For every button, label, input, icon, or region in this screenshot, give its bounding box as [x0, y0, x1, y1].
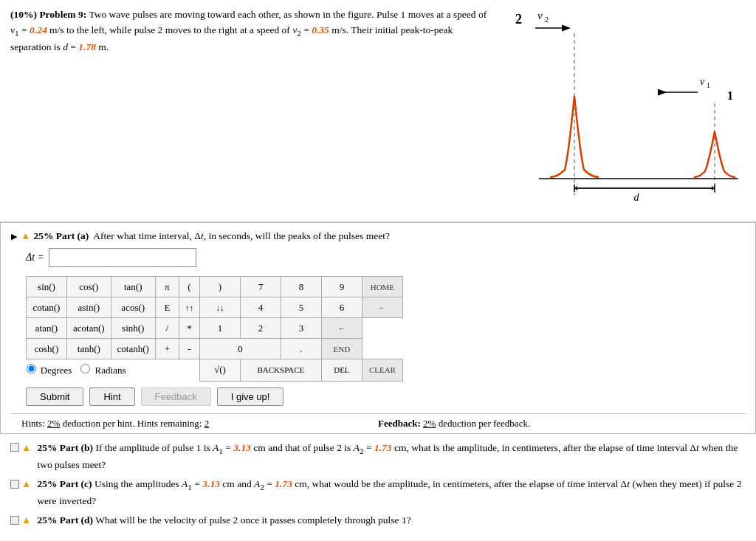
calc-9[interactable]: 9 [321, 277, 362, 297]
hints-count: 2 [205, 418, 210, 429]
calc-tanh[interactable]: tanh() [67, 339, 111, 359]
feedback-suffix: deduction per feedback. [436, 418, 530, 429]
partd-icons: ▲ [10, 512, 34, 528]
calc-backspace[interactable]: BACKSPACE [240, 359, 321, 382]
calc-sin[interactable]: sin() [27, 277, 67, 297]
partb-row: ▲ 25% Part (b) If the amplitude of pulse… [10, 440, 746, 473]
calc-clear[interactable]: CLEAR [362, 359, 402, 382]
hints-mid: deduction per hint. Hints remaining: [60, 418, 204, 429]
hints-left: Hints: 2% deduction per hint. Hints rema… [21, 418, 378, 430]
calc-dot[interactable]: . [281, 339, 321, 359]
partc-checkbox [10, 480, 19, 489]
calc-rparen[interactable]: ) [199, 277, 240, 297]
calc-del[interactable]: DEL [321, 359, 362, 382]
play-triangle: ▶ [11, 232, 17, 241]
problem-section: (10%) Problem 9: Two wave pulses are mov… [0, 0, 756, 222]
v1-val: 0.24 [30, 24, 47, 35]
partb-warning: ▲ [21, 440, 31, 456]
calc-8[interactable]: 8 [281, 277, 321, 297]
calc-e[interactable]: E [155, 297, 179, 318]
calc-prev-arrow[interactable]: ← [321, 318, 362, 339]
calc-minus[interactable]: - [179, 339, 199, 359]
svg-text:2: 2 [515, 12, 522, 27]
calculator: sin() cos() tan() π ( ) 7 8 9 HOME cotan… [26, 276, 745, 382]
partc-icons: ▲ [10, 476, 34, 492]
partd-warning: ▲ [21, 512, 31, 528]
parta-header: ▶ ▲ 25% Part (a) After what time interva… [11, 230, 745, 242]
parta-question: After what time interval, Δt, in seconds… [93, 230, 390, 242]
hint-button[interactable]: Hint [89, 387, 134, 406]
calc-cos[interactable]: cos() [67, 277, 111, 297]
problem-figure: 2 v 2 1 v 1 [495, 7, 746, 214]
calc-2[interactable]: 2 [240, 318, 281, 339]
partd-text: 25% Part (d) What will be the velocity o… [37, 512, 410, 528]
svg-text:1: 1 [707, 81, 710, 89]
calc-0[interactable]: 0 [199, 339, 281, 359]
svg-text:v: v [700, 76, 705, 87]
problem-number: Problem 9: [39, 9, 86, 20]
calc-home[interactable]: HOME [362, 277, 402, 297]
hints-pct: 2% [47, 418, 60, 429]
calc-asin[interactable]: asin() [67, 297, 111, 318]
calc-cotanh[interactable]: cotanh() [111, 339, 155, 359]
calc-sqrt[interactable]: √() [199, 359, 240, 382]
calc-lparen[interactable]: ( [179, 277, 199, 297]
partc-warning: ▲ [21, 476, 31, 492]
submit-button[interactable]: Submit [26, 387, 83, 406]
give-up-button[interactable]: I give up! [217, 387, 284, 406]
radians-label[interactable]: Radians [80, 364, 126, 376]
calc-6[interactable]: 6 [321, 297, 362, 318]
feedback-button[interactable]: Feedback [141, 387, 211, 406]
calc-acotan[interactable]: acotan() [67, 318, 111, 339]
svg-text:d: d [634, 192, 640, 203]
partb-text: 25% Part (b) If the amplitude of pulse 1… [37, 440, 746, 473]
calc-plus[interactable]: + [155, 339, 179, 359]
action-buttons: Submit Hint Feedback I give up! [26, 387, 745, 406]
calc-end[interactable]: END [321, 339, 362, 359]
problem-weight: (10%) [10, 9, 37, 20]
radio-row: Degrees Radians [27, 361, 156, 379]
d-val: 1.78 [78, 41, 96, 52]
degrees-radio[interactable] [27, 364, 36, 373]
warning-triangle-a: ▲ [21, 230, 30, 242]
partc-text: 25% Part (c) Using the amplitudes A1 = 3… [37, 476, 746, 509]
calc-3[interactable]: 3 [281, 318, 321, 339]
calc-atan[interactable]: atan() [27, 318, 67, 339]
radians-radio[interactable] [80, 364, 90, 373]
partd-checkbox [10, 516, 19, 525]
parta-label: 25% Part (a) [33, 230, 89, 242]
hints-prefix: Hints: [21, 418, 47, 429]
hints-bar: Hints: 2% deduction per hint. Hints rema… [11, 413, 745, 433]
calc-table: sin() cos() tan() π ( ) 7 8 9 HOME cotan… [26, 276, 403, 382]
calc-cotan[interactable]: cotan() [27, 297, 67, 318]
calc-7[interactable]: 7 [240, 277, 281, 297]
calc-sinh[interactable]: sinh() [111, 318, 155, 339]
main-container: (10%) Problem 9: Two wave pulses are mov… [0, 0, 756, 541]
calc-left-arrow[interactable]: ← [362, 297, 402, 318]
feedback-pct: 2% [423, 418, 436, 429]
calc-tan[interactable]: tan() [111, 277, 155, 297]
desc4: m. [96, 41, 109, 52]
desc2: m/s to the left, while pulse 2 moves to … [47, 24, 312, 35]
problem-text: (10%) Problem 9: Two wave pulses are mov… [10, 7, 495, 214]
svg-text:v: v [537, 10, 543, 21]
calc-down-arrow[interactable]: ↓↓ [199, 297, 240, 318]
calc-pi[interactable]: π [155, 277, 179, 297]
calc-multiply[interactable]: * [179, 318, 199, 339]
answer-input[interactable] [49, 248, 196, 267]
hints-right: Feedback: 2% deduction per feedback. [378, 418, 735, 430]
partb-checkbox [10, 443, 19, 452]
calc-acos[interactable]: acos() [111, 297, 155, 318]
degrees-label[interactable]: Degrees [27, 364, 72, 376]
partc-row: ▲ 25% Part (c) Using the amplitudes A1 =… [10, 476, 746, 509]
input-row: Δt = [26, 248, 745, 267]
calc-divide[interactable]: / [155, 318, 179, 339]
calc-cosh[interactable]: cosh() [27, 339, 67, 359]
calc-1[interactable]: 1 [199, 318, 240, 339]
calc-5[interactable]: 5 [281, 297, 321, 318]
calc-4[interactable]: 4 [240, 297, 281, 318]
parts-section: ▲ 25% Part (b) If the amplitude of pulse… [0, 434, 756, 537]
calc-up-arrow[interactable]: ↑↑ [179, 297, 199, 318]
feedback-prefix: Feedback: [378, 418, 423, 429]
partd-row: ▲ 25% Part (d) What will be the velocity… [10, 512, 746, 528]
